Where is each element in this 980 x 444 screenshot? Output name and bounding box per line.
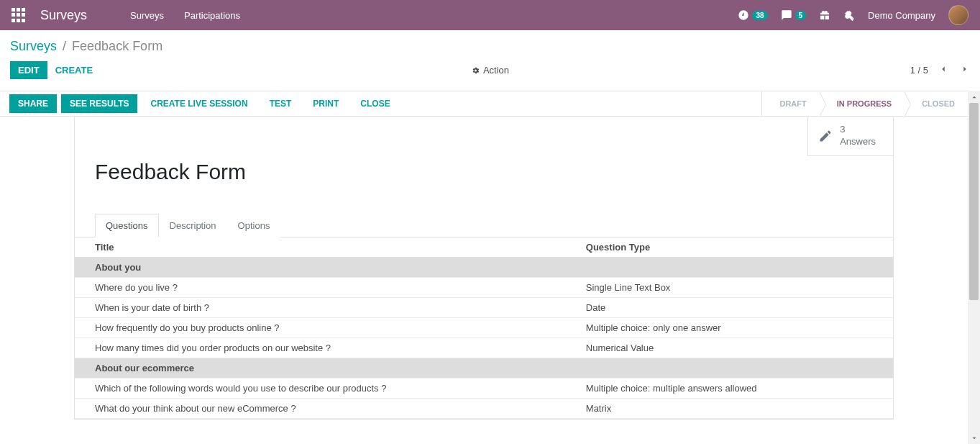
- timer-button[interactable]: 38: [738, 9, 767, 21]
- company-name[interactable]: Demo Company: [868, 10, 935, 21]
- create-button[interactable]: CREATE: [47, 61, 101, 79]
- gear-icon: [471, 66, 480, 75]
- close-button[interactable]: CLOSE: [352, 94, 398, 113]
- nav-participations[interactable]: Participations: [184, 10, 240, 21]
- gift-icon: [819, 9, 830, 21]
- tab-description[interactable]: Description: [159, 214, 227, 237]
- tools-icon: [843, 9, 855, 21]
- answers-stat-button[interactable]: 3Answers: [807, 117, 893, 156]
- edit-icon: [818, 129, 833, 143]
- scrollbar[interactable]: [968, 91, 980, 444]
- scroll-thumb[interactable]: [969, 103, 979, 300]
- table-section: About our ecommerce: [75, 358, 893, 379]
- chevron-right-icon: [960, 64, 970, 74]
- timer-badge: 38: [752, 11, 767, 20]
- breadcrumb: Surveys / Feedback Form: [10, 39, 970, 54]
- table-row[interactable]: How many times did you order products on…: [75, 338, 893, 358]
- form-sheet: 3Answers Feedback Form Questions Descrip…: [74, 116, 894, 420]
- tab-options[interactable]: Options: [227, 214, 281, 237]
- chevron-up-icon: [971, 94, 978, 101]
- chevron-down-icon: [971, 435, 978, 442]
- create-live-session-button[interactable]: CREATE LIVE SESSION: [142, 94, 256, 113]
- nav-surveys[interactable]: Surveys: [130, 10, 164, 21]
- action-menu[interactable]: Action: [471, 65, 509, 76]
- pager-next[interactable]: [960, 64, 970, 76]
- questions-table: Title Question Type About youWhere do yo…: [75, 237, 893, 419]
- table-section: About you: [75, 258, 893, 278]
- table-row[interactable]: Where do you live ?Single Line Text Box: [75, 278, 893, 298]
- breadcrumb-current: Feedback Form: [72, 39, 162, 53]
- chat-icon: [781, 9, 792, 21]
- table-row[interactable]: When is your date of birth ?Date: [75, 298, 893, 318]
- clock-icon: [738, 9, 749, 21]
- status-closed[interactable]: CLOSED: [905, 91, 968, 116]
- user-avatar[interactable]: [948, 5, 968, 25]
- test-button[interactable]: TEST: [261, 94, 301, 113]
- print-button[interactable]: PRINT: [304, 94, 347, 113]
- col-question-type: Question Type: [566, 237, 893, 258]
- chevron-left-icon: [938, 64, 948, 74]
- pager-prev[interactable]: [938, 64, 948, 76]
- gift-button[interactable]: [819, 9, 830, 21]
- table-row[interactable]: How frequently do you buy products onlin…: [75, 318, 893, 338]
- discuss-badge: 5: [795, 11, 807, 20]
- top-nav: Surveys Surveys Participations 38 5 Demo…: [0, 0, 980, 30]
- status-in-progress[interactable]: IN PROGRESS: [820, 91, 905, 116]
- pager-text[interactable]: 1 / 5: [910, 65, 928, 76]
- record-title: Feedback Form: [75, 117, 893, 213]
- scroll-down[interactable]: [968, 432, 980, 444]
- apps-icon[interactable]: [10, 6, 27, 24]
- table-row[interactable]: What do your think about our new eCommer…: [75, 399, 893, 419]
- table-row[interactable]: Which of the following words would you u…: [75, 379, 893, 399]
- tools-button[interactable]: [843, 9, 855, 21]
- tab-questions[interactable]: Questions: [95, 214, 159, 237]
- status-draft[interactable]: DRAFT: [762, 91, 819, 116]
- breadcrumb-parent[interactable]: Surveys: [10, 39, 57, 53]
- discuss-button[interactable]: 5: [781, 9, 807, 21]
- scroll-up[interactable]: [968, 91, 980, 103]
- col-title: Title: [75, 237, 566, 258]
- app-brand[interactable]: Surveys: [40, 8, 87, 23]
- share-button[interactable]: SHARE: [9, 94, 57, 113]
- see-results-button[interactable]: SEE RESULTS: [61, 94, 137, 113]
- edit-button[interactable]: EDIT: [10, 61, 47, 79]
